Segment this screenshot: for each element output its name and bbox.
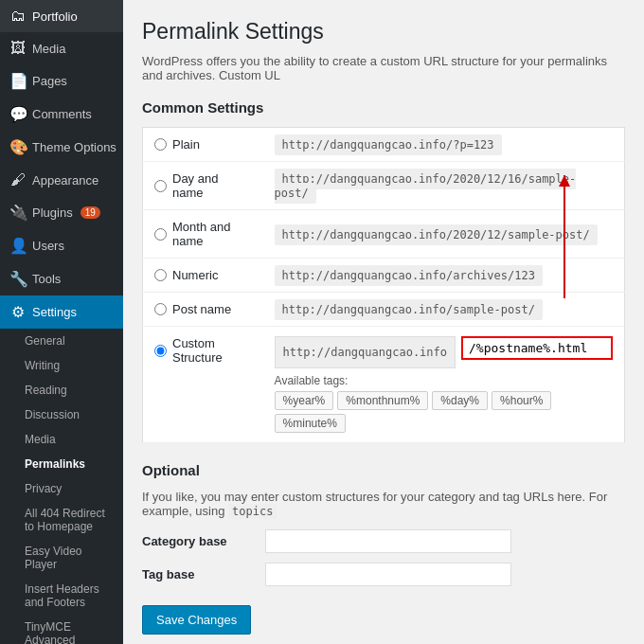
plain-url: http://dangquangcao.info/?p=123 xyxy=(275,134,502,155)
optional-description: If you like, you may enter custom struct… xyxy=(142,490,625,518)
appearance-icon: 🖌 xyxy=(9,171,27,188)
sidebar-sub-item-general[interactable]: General xyxy=(0,329,123,353)
tag-base-label: Tag base xyxy=(142,567,256,581)
post-name-url: http://dangquangcao.info/sample-post/ xyxy=(275,299,543,320)
custom-structure-option[interactable]: Custom Structure xyxy=(154,336,252,365)
table-row: Numeric http://dangquangcao.info/archive… xyxy=(143,259,625,293)
day-name-option[interactable]: Day and name xyxy=(154,171,252,200)
settings-icon: ⚙ xyxy=(9,303,27,321)
tag-year[interactable]: %year% xyxy=(275,391,334,410)
sidebar-item-pages[interactable]: 📄 Pages xyxy=(0,64,123,98)
optional-section: Optional If you like, you may enter cust… xyxy=(142,462,625,635)
pages-icon: 📄 xyxy=(9,72,27,90)
permalink-options-table: Plain http://dangquangcao.info/?p=123 Da… xyxy=(142,127,625,443)
sidebar-sub-item-discussion[interactable]: Discussion xyxy=(0,402,123,427)
sidebar-item-media[interactable]: 🖼 Media xyxy=(0,32,123,64)
custom-structure-input[interactable] xyxy=(461,336,613,360)
plain-option[interactable]: Plain xyxy=(154,137,252,152)
table-row: Custom Structure http://dangquangcao.inf… xyxy=(143,327,625,443)
numeric-url: http://dangquangcao.info/archives/123 xyxy=(275,265,543,286)
table-row: Month and name http://dangquangcao.info/… xyxy=(143,210,625,259)
custom-radio[interactable] xyxy=(154,345,167,357)
tag-monthnum[interactable]: %monthnum% xyxy=(337,391,428,410)
sidebar-sub-item-writing[interactable]: Writing xyxy=(0,353,123,378)
category-base-label: Category base xyxy=(142,534,256,548)
tag-day[interactable]: %day% xyxy=(432,391,488,410)
plain-radio[interactable] xyxy=(154,138,167,151)
sidebar-sub-item-all-404[interactable]: All 404 Redirect to Homepage xyxy=(0,501,123,539)
custom-structure-input-wrap: http://dangquangcao.info xyxy=(275,336,613,368)
sidebar-sub-item-tinymce[interactable]: TinyMCE Advanced xyxy=(0,615,123,644)
category-base-row: Category base xyxy=(142,529,625,553)
post-name-radio[interactable] xyxy=(154,303,167,315)
url-prefix: http://dangquangcao.info xyxy=(275,336,456,368)
page-description: WordPress offers you the ability to crea… xyxy=(142,54,625,82)
tag-base-row: Tag base xyxy=(142,563,625,586)
sidebar-item-comments[interactable]: 💬 Comments xyxy=(0,98,123,131)
main-content: Permalink Settings WordPress offers you … xyxy=(123,0,644,644)
numeric-option[interactable]: Numeric xyxy=(154,268,252,282)
theme-options-icon: 🎨 xyxy=(9,138,27,156)
comments-icon: 💬 xyxy=(9,105,27,123)
numeric-radio[interactable] xyxy=(154,269,167,281)
users-icon: 👤 xyxy=(9,237,27,255)
table-row: Plain http://dangquangcao.info/?p=123 xyxy=(143,128,625,162)
day-name-radio[interactable] xyxy=(154,180,167,192)
sidebar-sub-item-media[interactable]: Media xyxy=(0,427,123,452)
tag-hour[interactable]: %hour% xyxy=(492,391,551,410)
month-name-option[interactable]: Month and name xyxy=(154,220,252,248)
tools-icon: 🔧 xyxy=(9,270,27,288)
sidebar-item-portfolio[interactable]: 🗂 Portfolio xyxy=(0,0,123,32)
save-changes-button[interactable]: Save Changes xyxy=(142,605,251,635)
sidebar-item-tools[interactable]: 🔧 Tools xyxy=(0,262,123,295)
month-name-url: http://dangquangcao.info/2020/12/sample-… xyxy=(275,224,598,245)
plugins-badge: 19 xyxy=(80,206,100,219)
sidebar-sub-item-privacy[interactable]: Privacy xyxy=(0,476,123,501)
category-base-input[interactable] xyxy=(265,529,511,553)
day-name-url: http://dangquangcao.info/2020/12/16/samp… xyxy=(275,169,577,204)
optional-heading: Optional xyxy=(142,462,625,478)
month-name-radio[interactable] xyxy=(154,228,167,241)
sidebar-item-theme-options[interactable]: 🎨 Theme Options xyxy=(0,131,123,164)
sidebar-item-plugins[interactable]: 🔌 Plugins 19 xyxy=(0,196,123,229)
post-name-option[interactable]: Post name xyxy=(154,302,252,316)
sidebar-sub-item-insert-headers[interactable]: Insert Headers and Footers xyxy=(0,577,123,615)
table-row: Post name http://dangquangcao.info/sampl… xyxy=(143,293,625,327)
optional-code-example: topics xyxy=(228,504,277,519)
common-settings-heading: Common Settings xyxy=(142,99,625,116)
media-icon: 🖼 xyxy=(9,40,27,57)
table-row: Day and name http://dangquangcao.info/20… xyxy=(143,162,625,210)
page-title: Permalink Settings xyxy=(142,19,625,45)
sidebar-sub-item-permalinks[interactable]: Permalinks xyxy=(0,452,123,476)
available-tags-label: Available tags: xyxy=(275,374,613,387)
sidebar: 🗂 Portfolio 🖼 Media 📄 Pages 💬 Comments 🎨… xyxy=(0,0,123,644)
sidebar-item-appearance[interactable]: 🖌 Appearance xyxy=(0,164,123,196)
sidebar-item-users[interactable]: 👤 Users xyxy=(0,229,123,262)
tag-base-input[interactable] xyxy=(265,563,511,586)
tag-minute[interactable]: %minute% xyxy=(275,414,346,433)
tags-row: %year% %monthnum% %day% %hour% %minute% xyxy=(275,391,613,433)
portfolio-icon: 🗂 xyxy=(9,8,27,25)
sidebar-sub-item-reading[interactable]: Reading xyxy=(0,378,123,402)
sidebar-item-settings[interactable]: ⚙ Settings xyxy=(0,295,123,329)
sidebar-sub-item-easy-video[interactable]: Easy Video Player xyxy=(0,539,123,577)
plugins-icon: 🔌 xyxy=(9,204,27,222)
